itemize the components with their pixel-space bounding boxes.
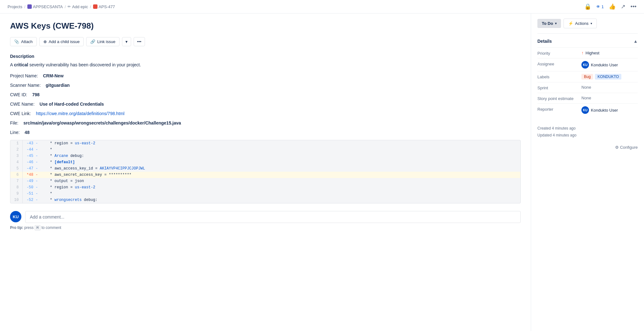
description-section: Description A critical severity vulnerab… [10, 54, 521, 135]
code-table: 1 -43 - * region = us-east-2 2 -44 - * 3… [10, 140, 520, 203]
status-chevron-icon: ▾ [555, 22, 557, 25]
code-line-content: * aws_secret_access_key = ********** [42, 172, 520, 178]
pro-tip: Pro tip: press M to comment [10, 225, 521, 230]
status-actions-row: To Do ▾ ⚡ Actions ▾ [531, 14, 644, 33]
code-line-num: 9 [10, 191, 23, 197]
details-title: Details ▲ [537, 33, 638, 47]
more-actions-button[interactable]: ••• [134, 37, 145, 46]
file-value: src/main/java/org/owasp/wrongsecrets/cha… [23, 120, 181, 125]
file-row: File: src/main/java/org/owasp/wrongsecre… [10, 120, 521, 125]
assignee-value[interactable]: KU Kondukto User [581, 61, 638, 69]
code-line-content: * Arcane debug: [42, 153, 520, 159]
link-icon: 🔗 [90, 39, 95, 44]
breadcrumb-projects[interactable]: Projects [8, 4, 22, 9]
code-line-num: 3 [10, 153, 23, 159]
status-button[interactable]: To Do ▾ [537, 19, 561, 28]
breadcrumb-sep-1: / [24, 4, 25, 9]
reporter-value: KU Kondukto User [581, 106, 638, 114]
add-child-issue-button[interactable]: ⊕ Add a child issue [39, 37, 84, 46]
sprint-label: Sprint [537, 85, 581, 90]
more-icon[interactable]: ••• [630, 3, 636, 10]
appsecsanta-icon [27, 4, 32, 9]
code-line-num: 8 [10, 184, 23, 191]
code-line-4: 4 -46 - * [default] [10, 159, 520, 165]
code-line-num: 6 [10, 172, 23, 178]
priority-label: Priority [537, 50, 581, 56]
dropdown-arrow-button[interactable]: ▾ [122, 37, 131, 46]
label-bug[interactable]: Bug [581, 74, 593, 80]
child-issue-icon: ⊕ [43, 39, 47, 44]
code-line-num: 10 [10, 197, 23, 203]
project-row: Project Name: CRM-New [10, 73, 521, 78]
labels-row: Labels Bug KONDUKTO [537, 71, 638, 82]
scanner-value: gitguardian [46, 83, 69, 88]
actions-chevron-icon: ▾ [591, 22, 592, 25]
code-line-content: * region = us-east-2 [42, 184, 520, 191]
cwe-name-value: Use of Hard-coded Credentials [40, 102, 104, 107]
created-timestamp: Created 4 minutes ago [537, 125, 638, 132]
configure-button[interactable]: ⚙ Configure [615, 141, 638, 153]
story-point-value: None [581, 96, 638, 100]
code-line-7: 7 -49 - * output = json [10, 178, 520, 184]
project-value: CRM-New [43, 73, 64, 78]
code-line-content: * aws_access_key_id = AKIAYVP4CIPPJCJOPJ… [42, 165, 520, 172]
thumbsup-icon[interactable]: 👍 [609, 3, 616, 10]
breadcrumb-sep-2: / [65, 4, 66, 9]
breadcrumb: Projects / APPSECSANTA / ✏ Add epic / AP… [8, 4, 115, 9]
reporter-avatar: KU [581, 106, 589, 114]
line-value: 48 [25, 130, 30, 135]
updated-timestamp: Updated 4 minutes ago [537, 132, 638, 139]
paperclip-icon: 📎 [14, 39, 19, 44]
comment-input[interactable]: Add a comment... [25, 211, 521, 223]
breadcrumb-issue[interactable]: APS-477 [93, 4, 115, 9]
labels-label: Labels [537, 74, 581, 79]
code-line-num: 4 [10, 159, 23, 165]
scanner-row: Scanner Name: gitguardian [10, 83, 521, 88]
cwe-name-row: CWE Name: Use of Hard-coded Credentials [10, 102, 521, 107]
page-title: AWS Keys (CWE-798) [10, 21, 521, 31]
watch-button[interactable]: 👁 1 [596, 4, 604, 9]
right-panel: To Do ▾ ⚡ Actions ▾ Details ▲ Priority ↑… [531, 14, 644, 331]
code-line-content: * region = us-east-2 [42, 140, 520, 147]
top-nav-icons: 🔒 👁 1 👍 ↗ ••• [584, 3, 636, 10]
breadcrumb-add-epic[interactable]: ✏ Add epic [68, 4, 88, 9]
link-issue-button[interactable]: 🔗 Link issue [86, 37, 119, 46]
key-badge: M [35, 225, 41, 230]
cwe-link-row: CWE Link: https://cwe.mitre.org/data/def… [10, 111, 521, 116]
line-row: Line: 48 [10, 130, 521, 135]
collapse-icon[interactable]: ▲ [633, 39, 638, 44]
lock-icon: 🔒 [584, 3, 591, 10]
sprint-row: Sprint None [537, 82, 638, 93]
pencil-icon: ✏ [68, 4, 71, 9]
code-line-content: * [default] [42, 159, 520, 165]
comment-area: KU Add a comment... [10, 211, 521, 223]
code-line-num: 1 [10, 140, 23, 147]
description-intro: A critical severity vulnerability has be… [10, 61, 521, 68]
share-icon[interactable]: ↗ [621, 3, 625, 10]
code-line-num: 5 [10, 165, 23, 172]
cwe-link[interactable]: https://cwe.mitre.org/data/definitions/7… [36, 111, 125, 116]
label-kondukto[interactable]: KONDUKTO [595, 74, 621, 80]
lightning-icon: ⚡ [568, 21, 573, 26]
configure-section: ⚙ Configure [531, 139, 644, 156]
main-layout: AWS Keys (CWE-798) 📎 Attach ⊕ Add a chil… [0, 14, 644, 331]
timestamps: Created 4 minutes ago Updated 4 minutes … [531, 121, 644, 139]
actions-button[interactable]: ⚡ Actions ▾ [564, 19, 597, 28]
code-line-9: 9 -51 - * [10, 191, 520, 197]
code-line-num: 2 [10, 147, 23, 153]
code-line-1: 1 -43 - * region = us-east-2 [10, 140, 520, 147]
cwe-id-row: CWE ID: 798 [10, 92, 521, 97]
left-content: AWS Keys (CWE-798) 📎 Attach ⊕ Add a chil… [0, 14, 531, 331]
assignee-avatar: KU [581, 61, 589, 69]
story-point-label: Story point estimate [537, 96, 581, 101]
code-line-content: * wrongsecrets debug: [42, 197, 520, 203]
code-line-ref: -45 - [23, 153, 42, 159]
attach-button[interactable]: 📎 Attach [10, 37, 37, 46]
code-line-ref: -50 - [23, 184, 42, 191]
code-line-ref: -51 - [23, 191, 42, 197]
code-line-ref: -52 - [23, 197, 42, 203]
breadcrumb-sep-3: / [90, 4, 91, 9]
code-line-ref: -49 - [23, 178, 42, 184]
details-section: Details ▲ Priority ↑ Highest Assignee KU… [531, 33, 644, 121]
breadcrumb-appsecsanta[interactable]: APPSECSANTA [27, 4, 63, 9]
